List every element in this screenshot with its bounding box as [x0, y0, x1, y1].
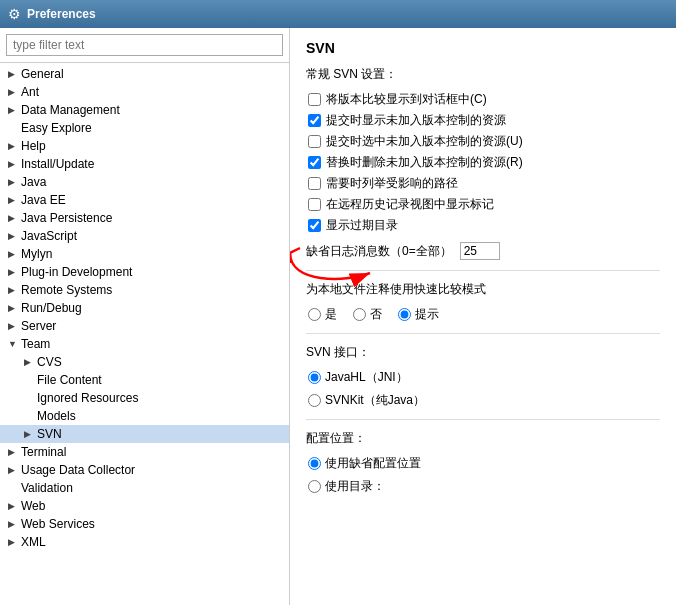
tree-arrow-help: ▶ — [8, 141, 18, 151]
tree-item-mylyn[interactable]: ▶Mylyn — [0, 245, 289, 263]
tree-item-svn[interactable]: ▶SVN — [0, 425, 289, 443]
radio-label-rjava: SVNKit（纯Java） — [325, 392, 425, 409]
tree-item-fileContent[interactable]: File Content — [0, 371, 289, 389]
radio-item-rdir: 使用目录： — [308, 478, 385, 495]
tree-item-pluginDev[interactable]: ▶Plug-in Development — [0, 263, 289, 281]
tree-item-cvs[interactable]: ▶CVS — [0, 353, 289, 371]
radio-item-r1: 是 — [308, 306, 337, 323]
radio-label-rdefault: 使用缺省配置位置 — [325, 455, 421, 472]
main-container: ▶General▶Ant▶Data ManagementEasy Explore… — [0, 28, 676, 605]
tree-item-help[interactable]: ▶Help — [0, 137, 289, 155]
tree-label-webServices: Web Services — [21, 517, 95, 531]
tree-item-remoteSystems[interactable]: ▶Remote Systems — [0, 281, 289, 299]
tree-item-general[interactable]: ▶General — [0, 65, 289, 83]
radio-row-rdefault: 使用缺省配置位置 — [306, 455, 660, 472]
radio-rjni[interactable] — [308, 371, 321, 384]
checkbox-label-cb7: 显示过期目录 — [326, 217, 398, 234]
filter-input[interactable] — [6, 34, 283, 56]
checkbox-cb7[interactable] — [308, 219, 321, 232]
tree-item-easyExplore[interactable]: Easy Explore — [0, 119, 289, 137]
radio-row-rjni: JavaHL（JNI） — [306, 369, 660, 386]
tree-label-java: Java — [21, 175, 46, 189]
tree-item-javaPersistence[interactable]: ▶Java Persistence — [0, 209, 289, 227]
tree-label-javaEE: Java EE — [21, 193, 66, 207]
tree-arrow-dataManagement: ▶ — [8, 105, 18, 115]
checkbox-label-cb3: 提交时选中未加入版本控制的资源(U) — [326, 133, 523, 150]
tree-item-team[interactable]: ▼Team — [0, 335, 289, 353]
tree-item-validation[interactable]: Validation — [0, 479, 289, 497]
checkbox-cb2[interactable] — [308, 114, 321, 127]
checkbox-cb1[interactable] — [308, 93, 321, 106]
checkbox-cb4[interactable] — [308, 156, 321, 169]
tree-label-easyExplore: Easy Explore — [21, 121, 92, 135]
radio-r3[interactable] — [398, 308, 411, 321]
tree-label-dataManagement: Data Management — [21, 103, 120, 117]
tree-item-xml[interactable]: ▶XML — [0, 533, 289, 551]
tree-label-xml: XML — [21, 535, 46, 549]
checkbox-row-cb1: 将版本比较显示到对话框中(C) — [306, 91, 660, 108]
tree-label-javaScript: JavaScript — [21, 229, 77, 243]
tree-item-terminal[interactable]: ▶Terminal — [0, 443, 289, 461]
log-messages-row: 缺省日志消息数（0=全部） — [306, 242, 660, 260]
checkboxes-container: 将版本比较显示到对话框中(C)提交时显示未加入版本控制的资源提交时选中未加入版本… — [306, 91, 660, 234]
tree-label-models: Models — [37, 409, 76, 423]
section2-title: 为本地文件注释使用快速比较模式 — [306, 281, 660, 298]
left-panel: ▶General▶Ant▶Data ManagementEasy Explore… — [0, 28, 290, 605]
radio-rdefault[interactable] — [308, 457, 321, 470]
section3-title: SVN 接口： — [306, 344, 660, 361]
radio-item-rdefault: 使用缺省配置位置 — [308, 455, 421, 472]
tree-label-usageDataCollector: Usage Data Collector — [21, 463, 135, 477]
tree-item-server[interactable]: ▶Server — [0, 317, 289, 335]
radio-r2[interactable] — [353, 308, 366, 321]
radio-row-rjava: SVNKit（纯Java） — [306, 392, 660, 409]
tree-label-svn: SVN — [37, 427, 62, 441]
radio-label-r2: 否 — [370, 306, 382, 323]
radio-rdir[interactable] — [308, 480, 321, 493]
section4-title: 配置位置： — [306, 430, 660, 447]
tree-label-server: Server — [21, 319, 56, 333]
tree-label-javaPersistence: Java Persistence — [21, 211, 112, 225]
radio-label-r3: 提示 — [415, 306, 439, 323]
tree-item-dataManagement[interactable]: ▶Data Management — [0, 101, 289, 119]
right-panel-title: SVN — [306, 40, 660, 56]
checkbox-row-cb2: 提交时显示未加入版本控制的资源 — [306, 112, 660, 129]
divider3 — [306, 419, 660, 420]
checkbox-label-cb6: 在远程历史记录视图中显示标记 — [326, 196, 494, 213]
tree-arrow-javaScript: ▶ — [8, 231, 18, 241]
divider1 — [306, 270, 660, 271]
tree-arrow-pluginDev: ▶ — [8, 267, 18, 277]
tree-item-web[interactable]: ▶Web — [0, 497, 289, 515]
radio-group3: 使用缺省配置位置使用目录： — [306, 455, 660, 495]
tree-item-java[interactable]: ▶Java — [0, 173, 289, 191]
tree-item-models[interactable]: Models — [0, 407, 289, 425]
radio-rjava[interactable] — [308, 394, 321, 407]
tree-item-javaScript[interactable]: ▶JavaScript — [0, 227, 289, 245]
tree-label-fileContent: File Content — [37, 373, 102, 387]
divider2 — [306, 333, 660, 334]
tree-item-ant[interactable]: ▶Ant — [0, 83, 289, 101]
radio-row-rdir: 使用目录： — [306, 478, 660, 495]
checkbox-label-cb5: 需要时列举受影响的路径 — [326, 175, 458, 192]
radio-item-r2: 否 — [353, 306, 382, 323]
tree-item-webServices[interactable]: ▶Web Services — [0, 515, 289, 533]
tree-area: ▶General▶Ant▶Data ManagementEasy Explore… — [0, 63, 289, 605]
tree-label-pluginDev: Plug-in Development — [21, 265, 132, 279]
checkbox-cb3[interactable] — [308, 135, 321, 148]
checkbox-cb6[interactable] — [308, 198, 321, 211]
checkbox-row-cb5: 需要时列举受影响的路径 — [306, 175, 660, 192]
tree-arrow-mylyn: ▶ — [8, 249, 18, 259]
tree-item-usageDataCollector[interactable]: ▶Usage Data Collector — [0, 461, 289, 479]
checkbox-row-cb6: 在远程历史记录视图中显示标记 — [306, 196, 660, 213]
log-messages-input[interactable] — [460, 242, 500, 260]
radio-group1: 是否提示 — [306, 306, 660, 323]
tree-item-installUpdate[interactable]: ▶Install/Update — [0, 155, 289, 173]
radio-item-rjni: JavaHL（JNI） — [308, 369, 408, 386]
tree-label-cvs: CVS — [37, 355, 62, 369]
tree-item-runDebug[interactable]: ▶Run/Debug — [0, 299, 289, 317]
checkbox-cb5[interactable] — [308, 177, 321, 190]
tree-label-ignoredResources: Ignored Resources — [37, 391, 138, 405]
tree-item-ignoredResources[interactable]: Ignored Resources — [0, 389, 289, 407]
tree-item-javaEE[interactable]: ▶Java EE — [0, 191, 289, 209]
radio-r1[interactable] — [308, 308, 321, 321]
tree-arrow-runDebug: ▶ — [8, 303, 18, 313]
